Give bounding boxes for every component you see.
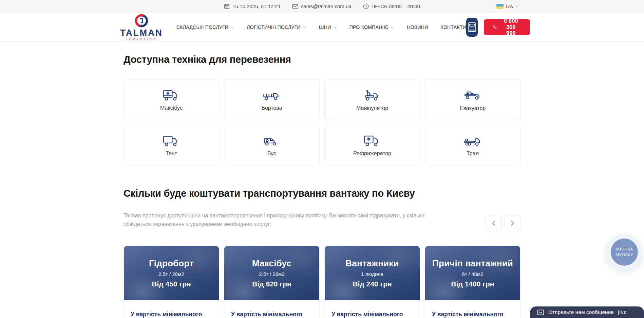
vehicle-label: Бус (267, 151, 276, 157)
language-code: UA (506, 3, 513, 9)
price-card-price: Від 620 грн (252, 280, 291, 288)
chevron-left-icon (492, 220, 496, 226)
price-card-header: Причіп вантажний 6т / 48м2 Від 1400 грн (425, 246, 520, 300)
phone-call-button[interactable]: 0 800 300 990 (484, 19, 530, 35)
price-card-price: Від 450 грн (152, 280, 191, 288)
refrigerator-truck-icon (363, 134, 381, 147)
jivo-brand-logo: jivo (618, 310, 627, 315)
flatbed-truck-icon (263, 88, 281, 102)
contact-fab-button[interactable]: КНОПКА ЗВ'ЯЗКУ (606, 234, 643, 270)
carousel-next-button[interactable] (504, 215, 520, 231)
price-card-title: Причіп вантажний (432, 258, 513, 269)
price-card-title: Гідроборт (149, 258, 194, 269)
price-card-note: У вартість мінімального замовлення за 45… (432, 310, 513, 318)
chevron-down-icon (303, 26, 306, 29)
vehicle-label: Бортова (261, 105, 282, 111)
contact-fab-label: КНОПКА ЗВ'ЯЗКУ (611, 238, 638, 266)
vehicle-card-refrigerator[interactable]: Рефрижератор (324, 125, 420, 165)
menu-label: НОВИНИ (407, 24, 428, 30)
vehicle-card-lowboy[interactable]: Трал (425, 125, 520, 165)
calendar-icon (224, 3, 230, 9)
hours-text: ПН-СБ 08:00 – 20:00 (372, 3, 420, 9)
menu-item-contacts[interactable]: КОНТАКТИ (441, 24, 467, 30)
menu-label: ЦІНИ (319, 24, 331, 30)
price-card-header: Вантажники 1 людина Від 240 грн (325, 246, 420, 300)
price-card-title: Вантажники (345, 258, 399, 269)
chevron-down-icon (230, 26, 234, 29)
topbar: 15.10.2025, 01:12:21 sales@talman.com.ua… (0, 0, 644, 13)
vehicle-card-van[interactable]: Бус (224, 125, 320, 165)
price-card-title: Максібус (252, 258, 291, 269)
price-card-price: Від 240 грн (353, 280, 392, 288)
language-selector[interactable]: UA (496, 0, 519, 13)
calculator-button[interactable] (466, 18, 477, 37)
clock-icon (363, 3, 369, 9)
vehicle-card-crane[interactable]: Маніпулятор (324, 79, 420, 120)
price-card-price: Від 1400 грн (451, 280, 494, 288)
vehicle-grid: Максібус Бортова Маніпулятор Евакуатор (124, 79, 520, 165)
vehicle-card-tent[interactable]: Тент (124, 125, 219, 165)
price-card-loaders[interactable]: Вантажники 1 людина Від 240 грн У вартіс… (324, 246, 420, 318)
topbar-email[interactable]: sales@talman.com.ua (292, 3, 352, 9)
price-card-header: Гідроборт 2.5т / 26м2 Від 450 грн (124, 246, 219, 300)
vehicle-label: Маніпулятор (356, 105, 388, 111)
tent-truck-icon (162, 134, 181, 147)
carousel-controls (486, 215, 520, 231)
menu-label: КОНТАКТИ (441, 24, 467, 30)
menu-item-warehouse-services[interactable]: СКЛАДСЬКІ ПОСЛУГИ (176, 24, 234, 30)
datetime-text: 15.10.2025, 01:12:21 (232, 3, 281, 9)
price-card-note: У вартість мінімального замовлення за 45… (231, 310, 312, 318)
vehicles-section-title: Доступна техніка для перевезення (124, 41, 520, 65)
vehicle-card-maxibus[interactable]: Максібус (124, 79, 219, 120)
price-card-cargo-trailer[interactable]: Причіп вантажний 6т / 48м2 Від 1400 грн … (425, 246, 520, 318)
vehicle-label: Рефрижератор (353, 151, 391, 157)
message-envelope-icon (537, 310, 544, 315)
logo-subtitle: LOGISTICS (126, 38, 157, 41)
menu-label: СКЛАДСЬКІ ПОСЛУГИ (176, 24, 228, 30)
van-icon (263, 134, 281, 147)
tow-truck-icon (463, 88, 482, 102)
price-card-hydroboard[interactable]: Гідроборт 2.5т / 26м2 Від 450 грн У варт… (124, 246, 219, 318)
calculator-icon (468, 22, 476, 32)
maxibus-truck-icon (162, 88, 181, 102)
ukraine-flag-icon (496, 4, 504, 9)
topbar-datetime: 15.10.2025, 01:12:21 (224, 3, 281, 9)
carousel-prev-button[interactable] (486, 215, 502, 231)
phone-number: 0 800 300 990 (501, 18, 521, 36)
jivo-chat-bar[interactable]: Отправьте нам сообщение jivo (530, 306, 644, 318)
price-card-spec: 6т / 48м2 (462, 271, 483, 277)
chevron-down-icon (333, 26, 337, 29)
menu-label: ПРО КОМПАНІЮ (349, 24, 389, 30)
logo-wordmark: TALMAN (120, 28, 163, 37)
talman-logo[interactable]: TALMAN LOGISTICS (120, 14, 163, 41)
chevron-down-icon (391, 26, 394, 29)
envelope-icon (292, 4, 298, 9)
pricing-section-title: Скільки буде коштувати транспортування в… (124, 188, 520, 199)
menu-item-news[interactable]: НОВИНИ (407, 24, 428, 30)
vehicle-label: Максібус (160, 105, 183, 111)
vehicle-card-tow[interactable]: Евакуатор (425, 79, 520, 120)
vehicle-label: Тент (166, 151, 177, 157)
vehicle-card-flatbed[interactable]: Бортова (224, 79, 320, 120)
price-card-spec: 2.5т / 26м2 (158, 271, 184, 277)
price-card-header: Максібус 2.5т / 26м2 Від 620 грн (224, 246, 319, 300)
contact-fab-line2: ЗВ'ЯЗКУ (615, 252, 633, 258)
main-header: TALMAN LOGISTICS СКЛАДСЬКІ ПОСЛУГИ ЛОГІС… (0, 13, 644, 41)
main-menu: СКЛАДСЬКІ ПОСЛУГИ ЛОГІСТИЧНІ ПОСЛУГИ ЦІН… (176, 24, 466, 30)
price-card-spec: 2.5т / 26м2 (259, 271, 285, 277)
price-card-carousel: Гідроборт 2.5т / 26м2 Від 450 грн У варт… (124, 246, 520, 318)
menu-label: ЛОГІСТИЧНІ ПОСЛУГИ (247, 24, 301, 30)
email-text: sales@talman.com.ua (301, 3, 352, 9)
price-card-spec: 1 людина (361, 271, 383, 277)
price-card-maxibus[interactable]: Максібус 2.5т / 26м2 Від 620 грн У варті… (224, 246, 320, 318)
logo-emblem-icon (132, 14, 151, 28)
chevron-down-icon (515, 5, 519, 7)
crane-truck-icon (363, 88, 381, 102)
menu-item-about-company[interactable]: ПРО КОМПАНІЮ (349, 24, 395, 30)
menu-item-prices[interactable]: ЦІНИ (319, 24, 337, 30)
contact-fab-line1: КНОПКА (615, 246, 633, 252)
topbar-hours: ПН-СБ 08:00 – 20:00 (363, 3, 420, 9)
chevron-right-icon (510, 220, 514, 226)
menu-item-logistics-services[interactable]: ЛОГІСТИЧНІ ПОСЛУГИ (247, 24, 306, 30)
price-card-note: У вартість мінімального замовлення за 45… (131, 310, 212, 318)
